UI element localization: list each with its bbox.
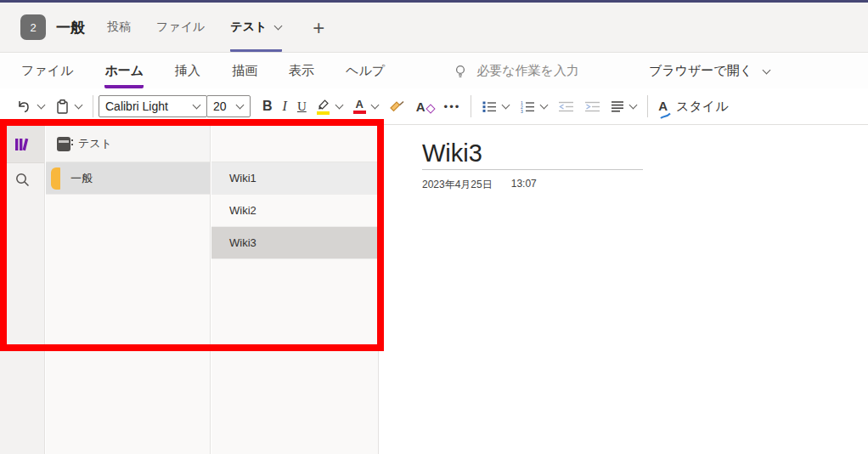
page-label: Wiki2 xyxy=(229,204,256,217)
tell-me-placeholder: 必要な作業を入力 xyxy=(476,63,579,79)
menu-file[interactable]: ファイル xyxy=(21,54,73,88)
chevron-down-icon xyxy=(502,101,510,110)
underline-icon: U xyxy=(297,99,307,114)
notebook-header[interactable]: テスト xyxy=(46,126,210,162)
font-name-value: Calibri Light xyxy=(105,99,168,113)
more-options-button[interactable]: ••• xyxy=(439,93,466,120)
paste-button[interactable] xyxy=(50,93,87,120)
styles-icon: A xyxy=(658,99,668,114)
page-item-wiki3[interactable]: Wiki3 xyxy=(211,227,378,259)
onenote-menu-bar: ファイル ホーム 挿入 描画 表示 ヘルプ 必要な作業を入力 ブラウザーで開く xyxy=(0,54,868,88)
ribbon-toolbar: Calibri Light 20 B I U A xyxy=(0,88,868,125)
chevron-down-icon xyxy=(236,101,245,110)
channel-avatar[interactable]: 2 xyxy=(20,14,46,40)
bold-icon: B xyxy=(262,99,273,114)
open-in-browser-button[interactable]: ブラウザーで開く xyxy=(649,54,770,88)
italic-icon: I xyxy=(283,99,287,114)
undo-icon xyxy=(15,99,32,114)
tab-test-label: テスト xyxy=(230,20,267,35)
toolbar-separator xyxy=(471,95,471,117)
font-size-select[interactable]: 20 xyxy=(206,95,251,117)
ellipsis-icon: ••• xyxy=(444,100,461,113)
chevron-down-icon xyxy=(75,101,83,110)
workspace: テスト 一般 Wiki1 Wiki2 Wiki3 Wiki3 2023年4月25… xyxy=(0,126,868,454)
chevron-down-icon xyxy=(763,65,771,74)
font-name-select[interactable]: Calibri Light xyxy=(99,95,207,117)
clear-formatting-button[interactable]: A xyxy=(411,93,439,120)
format-painter-button[interactable] xyxy=(384,93,411,120)
chevron-down-icon xyxy=(540,101,549,110)
font-color-button[interactable]: A xyxy=(348,93,384,120)
tab-test[interactable]: テスト xyxy=(230,3,282,52)
menu-home[interactable]: ホーム xyxy=(104,54,144,88)
page-date: 2023年4月25日 xyxy=(422,178,493,192)
menu-view[interactable]: 表示 xyxy=(289,54,314,88)
section-color-tab-icon xyxy=(51,167,60,190)
undo-button[interactable] xyxy=(10,93,50,120)
pages-header-spacer xyxy=(211,126,378,162)
highlighter-icon xyxy=(317,99,330,115)
page-label: Wiki3 xyxy=(229,236,256,249)
search-button[interactable] xyxy=(0,163,44,196)
diamond-accent-icon xyxy=(426,104,435,113)
section-item-general[interactable]: 一般 xyxy=(46,162,210,195)
bold-button[interactable]: B xyxy=(257,93,278,120)
font-size-value: 20 xyxy=(213,99,227,113)
page-label: Wiki1 xyxy=(229,172,256,184)
increase-indent-icon xyxy=(584,100,600,113)
paste-icon xyxy=(55,99,70,115)
format-painter-icon xyxy=(389,99,406,114)
numbered-list-icon: 1 2 3 xyxy=(520,100,535,113)
chevron-down-icon xyxy=(193,101,201,110)
alignment-button[interactable] xyxy=(606,93,642,120)
align-text-icon xyxy=(611,100,624,113)
menu-insert[interactable]: 挿入 xyxy=(175,54,200,88)
increase-indent-button[interactable] xyxy=(579,93,606,120)
toolbar-separator xyxy=(93,95,93,117)
underline-button[interactable]: U xyxy=(292,93,312,120)
page-title[interactable]: Wiki3 xyxy=(422,139,868,167)
notebook-title: テスト xyxy=(78,136,112,151)
page-time: 13:07 xyxy=(511,178,537,192)
tell-me-box[interactable]: 必要な作業を入力 xyxy=(454,54,579,88)
styles-button[interactable]: A スタイル xyxy=(653,93,733,120)
add-tab-button[interactable]: + xyxy=(313,3,324,52)
bullet-list-icon xyxy=(482,100,497,113)
page-item-wiki1[interactable]: Wiki1 xyxy=(211,162,378,195)
styles-label: スタイル xyxy=(676,99,728,115)
section-label: 一般 xyxy=(70,171,93,186)
lightbulb-icon xyxy=(454,64,467,79)
channel-name: 一般 xyxy=(56,18,85,37)
numbered-list-button[interactable]: 1 2 3 xyxy=(515,93,553,120)
chevron-down-icon xyxy=(274,22,283,31)
page-canvas[interactable]: Wiki3 2023年4月25日 13:07 xyxy=(380,126,868,454)
pages-panel: Wiki1 Wiki2 Wiki3 xyxy=(211,126,379,454)
bullet-list-button[interactable] xyxy=(476,93,515,120)
decrease-indent-button[interactable] xyxy=(553,93,579,120)
channel-info: 2 一般 xyxy=(20,3,107,52)
chevron-down-icon xyxy=(37,101,46,110)
notebook-icon xyxy=(57,137,70,151)
highlight-color-button[interactable] xyxy=(312,93,348,120)
menu-draw[interactable]: 描画 xyxy=(232,54,257,88)
font-color-icon: A xyxy=(353,99,366,114)
decrease-indent-icon xyxy=(558,100,574,113)
channel-tabs: 投稿 ファイル テスト xyxy=(107,3,307,52)
chevron-down-icon xyxy=(629,101,638,110)
svg-text:3: 3 xyxy=(521,108,523,112)
tab-posts-label: 投稿 xyxy=(107,20,131,35)
tab-posts[interactable]: 投稿 xyxy=(107,3,131,52)
chevron-down-icon xyxy=(370,101,379,110)
menu-help[interactable]: ヘルプ xyxy=(346,54,385,88)
sections-panel: テスト 一般 xyxy=(46,126,211,454)
tab-files-label: ファイル xyxy=(156,20,205,35)
tab-files[interactable]: ファイル xyxy=(156,3,205,52)
notebooks-button[interactable] xyxy=(0,126,44,163)
teams-channel-bar: 2 一般 投稿 ファイル テスト + xyxy=(0,3,868,53)
chevron-down-icon xyxy=(335,101,343,110)
italic-button[interactable]: I xyxy=(278,93,292,120)
notebooks-library-icon xyxy=(14,136,31,153)
search-icon xyxy=(14,172,31,188)
navigation-rail xyxy=(0,126,45,454)
page-item-wiki2[interactable]: Wiki2 xyxy=(211,195,378,227)
